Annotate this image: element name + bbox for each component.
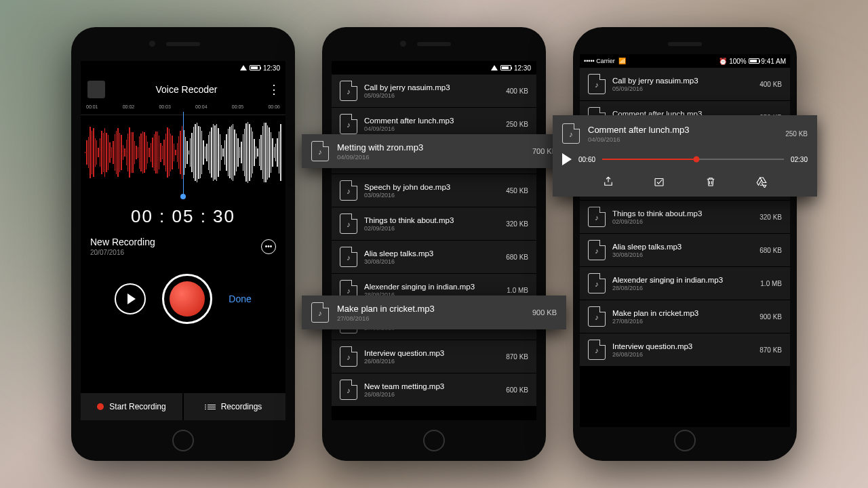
file-item[interactable]: Interview question.mp326/08/2016870 KB (580, 333, 790, 366)
battery-icon (749, 58, 760, 64)
play-icon[interactable] (562, 153, 572, 165)
recordings-button[interactable]: Recordings (184, 393, 285, 420)
file-item[interactable]: Speech by john doe.mp303/09/2016450 KB (332, 174, 536, 207)
record-button[interactable] (162, 274, 212, 324)
file-date: 02/09/2016 (612, 218, 753, 225)
recording-name: New Recording (90, 237, 155, 247)
file-icon (340, 81, 357, 101)
file-size: 870 KB (506, 353, 528, 361)
file-size: 900 KB (760, 313, 782, 321)
file-size: 320 KB (506, 220, 528, 228)
file-icon (340, 380, 357, 400)
file-item[interactable]: Things to think about.mp302/09/2016320 K… (580, 201, 790, 233)
player-file-date: 04/09/2016 (588, 136, 777, 143)
app-header: Voice Recoder ⋮ (81, 75, 285, 104)
done-button[interactable]: Done (229, 293, 251, 304)
battery-percent: 100% (729, 58, 747, 65)
file-item[interactable]: New team metting.mp326/08/2016600 KB (332, 373, 536, 406)
share-icon[interactable] (601, 175, 615, 188)
file-icon (588, 207, 606, 227)
file-date: 04/09/2016 (364, 125, 499, 132)
file-name: Make plan in cricket.mp3 (612, 309, 753, 317)
phone-recorder: 12:30 Voice Recoder ⋮ 00:0100:0200:0300:… (71, 27, 295, 461)
menu-icon[interactable]: ⋮ (268, 82, 279, 97)
battery-icon (250, 65, 260, 70)
file-size: 320 KB (760, 214, 782, 221)
file-name: Metting with zron.mp3 (337, 142, 524, 152)
play-button[interactable] (115, 283, 146, 314)
file-icon (340, 346, 357, 367)
current-time: 00:60 (578, 156, 595, 163)
file-icon (340, 247, 357, 267)
file-size: 250 KB (506, 121, 528, 128)
file-item[interactable]: Interview question.mp326/08/2016870 KB (332, 340, 536, 373)
file-name: Speech by john doe.mp3 (364, 183, 499, 191)
seek-slider[interactable] (602, 159, 784, 160)
file-list[interactable]: Call by jerry nasuim.mp305/09/2016400 KB… (580, 68, 790, 367)
app-thumbnail[interactable] (87, 81, 105, 98)
file-item[interactable]: Make plan in cricket.mp327/08/2016900 KB (580, 300, 790, 333)
player-file-name: Comment after lunch.mp3 (588, 125, 777, 135)
carrier-label: ••••• Carrier (584, 58, 615, 64)
file-name: Alia sleep talks.mp3 (612, 243, 753, 251)
recordings-label: Recordings (221, 402, 262, 411)
record-dot-icon (97, 403, 104, 410)
file-date: 26/08/2016 (364, 391, 499, 398)
status-bar: ••••• Carrier 📶 ⏰ 100% 9:41 AM (580, 54, 790, 68)
file-icon (588, 340, 606, 360)
file-item[interactable]: Things to think about.mp302/09/2016320 K… (332, 207, 536, 240)
file-size: 680 KB (760, 247, 782, 254)
file-item[interactable]: Call by jerry nasuim.mp305/09/2016400 KB (332, 75, 536, 107)
status-bar: 12:30 (81, 61, 285, 75)
file-item[interactable]: Alexender singing in indian.mp328/08/201… (580, 267, 790, 300)
waveform[interactable] (81, 115, 285, 190)
phone-player: ••••• Carrier 📶 ⏰ 100% 9:41 AM Call by j… (573, 27, 797, 461)
file-date: 05/09/2016 (612, 85, 753, 92)
file-date: 30/08/2016 (364, 258, 499, 265)
more-icon[interactable]: ••• (261, 239, 276, 254)
file-date: 27/08/2016 (612, 318, 753, 325)
file-date: 04/09/2016 (337, 153, 524, 161)
status-time: 12:30 (514, 64, 531, 72)
check-icon[interactable] (652, 175, 666, 188)
status-bar: 12:30 (332, 61, 536, 75)
player-panel: Comment after lunch.mp3 04/09/2016 250 K… (553, 115, 817, 197)
file-item[interactable]: Call by jerry nasuim.mp305/09/2016400 KB (580, 68, 790, 100)
file-icon (588, 74, 606, 94)
file-size: 450 KB (506, 187, 528, 195)
file-date: 26/08/2016 (364, 358, 499, 365)
file-item[interactable]: Alia sleep talks.mp330/08/2016680 KB (580, 234, 790, 266)
file-name: Make plan in cricket.mp3 (337, 304, 524, 314)
file-name: Comment after lunch.mp3 (364, 117, 499, 125)
file-icon (311, 302, 329, 323)
start-recording-button[interactable]: Start Recording (81, 393, 182, 420)
file-name: New team metting.mp3 (364, 382, 499, 390)
file-item[interactable]: Alia sleep talks.mp330/08/2016680 KB (332, 241, 536, 273)
file-name: Alexender singing in indian.mp3 (364, 283, 500, 291)
file-size: 400 KB (506, 87, 528, 95)
signal-icon (491, 65, 498, 70)
file-icon (340, 114, 357, 134)
app-title: Voice Recoder (112, 84, 261, 95)
file-name: Alia sleep talks.mp3 (364, 249, 499, 258)
file-icon (311, 141, 329, 161)
file-list[interactable]: Call by jerry nasuim.mp305/09/2016400 KB… (332, 75, 536, 407)
duration: 02:30 (791, 156, 808, 163)
file-date: 03/09/2016 (364, 192, 499, 199)
file-popout-1[interactable]: Metting with zron.mp3 04/09/2016 700 KB (302, 134, 566, 168)
file-popout-2[interactable]: Make plan in cricket.mp3 27/08/2016 900 … (302, 296, 566, 329)
list-icon (208, 405, 216, 409)
file-icon (588, 240, 606, 260)
file-name: Alexender singing in indian.mp3 (612, 276, 753, 284)
file-date: 26/08/2016 (612, 351, 753, 358)
play-icon (127, 293, 136, 304)
file-icon (340, 214, 357, 234)
status-time: 12:30 (263, 64, 280, 72)
file-size: 680 KB (506, 253, 528, 261)
phone-filelist: 12:30 Call by jerry nasuim.mp305/09/2016… (322, 27, 546, 461)
drive-icon[interactable] (755, 175, 768, 188)
file-name: Interview question.mp3 (612, 342, 753, 350)
recording-date: 20/07/2016 (90, 249, 155, 256)
trash-icon[interactable] (704, 175, 717, 188)
file-size: 870 KB (760, 346, 782, 354)
